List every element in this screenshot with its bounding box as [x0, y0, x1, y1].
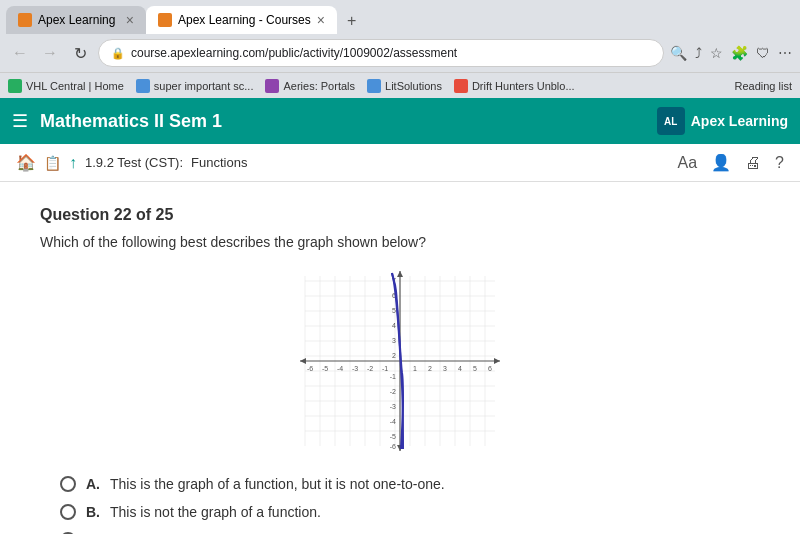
- question-text: Which of the following best describes th…: [40, 234, 760, 250]
- svg-text:2: 2: [392, 352, 396, 359]
- apex-logo-icon: AL: [657, 107, 685, 135]
- svg-text:-4: -4: [337, 365, 343, 372]
- main-content: Question 22 of 25 Which of the following…: [0, 182, 800, 534]
- tab-1[interactable]: Apex Learning ×: [6, 6, 146, 34]
- svg-text:-5: -5: [322, 365, 328, 372]
- app-title: Mathematics II Sem 1: [40, 111, 657, 132]
- shield-icon[interactable]: 🛡: [756, 45, 770, 61]
- question-number: Question 22 of 25: [40, 206, 760, 224]
- svg-text:6: 6: [488, 365, 492, 372]
- bookmark-vhl-label: VHL Central | Home: [26, 80, 124, 92]
- bookmark-drift-icon: [454, 79, 468, 93]
- bookmark-aeries-icon: [265, 79, 279, 93]
- tab-bar: Apex Learning × Apex Learning - Courses …: [0, 0, 800, 34]
- book-icon[interactable]: 📋: [44, 155, 61, 171]
- breadcrumb-section: 1.9.2 Test (CST):: [85, 155, 183, 170]
- tab2-favicon: [158, 13, 172, 27]
- breadcrumb-tools: Aa 👤 🖨 ?: [678, 153, 784, 172]
- address-bar-row: ← → ↻ 🔒 course.apexlearning.com/public/a…: [0, 34, 800, 72]
- svg-text:5: 5: [392, 307, 396, 314]
- svg-text:1: 1: [413, 365, 417, 372]
- person-icon[interactable]: 👤: [711, 153, 731, 172]
- svg-marker-52: [397, 271, 403, 277]
- translate-icon[interactable]: Aa: [678, 154, 698, 172]
- svg-text:3: 3: [443, 365, 447, 372]
- extensions-icon[interactable]: 🧩: [731, 45, 748, 61]
- bookmark-vhl[interactable]: VHL Central | Home: [8, 79, 124, 93]
- function-graph: -6 -5 -4 -3 -2 -1 1 2 3 4 5 6 7 6 5 4 3 …: [290, 266, 510, 456]
- bookmark-star-icon[interactable]: ☆: [710, 45, 723, 61]
- svg-text:4: 4: [458, 365, 462, 372]
- radio-a[interactable]: [60, 476, 76, 492]
- tab1-label: Apex Learning: [38, 13, 120, 27]
- radio-b[interactable]: [60, 504, 76, 520]
- svg-text:-1: -1: [382, 365, 388, 372]
- breadcrumb-arrow-icon: ↑: [69, 154, 77, 172]
- home-icon[interactable]: 🏠: [16, 153, 36, 172]
- svg-text:-6: -6: [307, 365, 313, 372]
- choice-b[interactable]: B. This is not the graph of a function.: [60, 504, 760, 520]
- tab1-favicon: [18, 13, 32, 27]
- bookmark-lit-label: LitSolutions: [385, 80, 442, 92]
- choice-b-text: This is not the graph of a function.: [110, 504, 321, 520]
- tab2-close[interactable]: ×: [317, 12, 325, 28]
- address-text: course.apexlearning.com/public/activity/…: [131, 46, 651, 60]
- bookmark-super[interactable]: super important sc...: [136, 79, 254, 93]
- svg-text:-3: -3: [352, 365, 358, 372]
- bookmarks-bar: VHL Central | Home super important sc...…: [0, 72, 800, 98]
- svg-text:2: 2: [428, 365, 432, 372]
- choice-a-label: A.: [86, 476, 100, 492]
- apex-logo-text: Apex Learning: [691, 113, 788, 129]
- graph-container: -6 -5 -4 -3 -2 -1 1 2 3 4 5 6 7 6 5 4 3 …: [40, 266, 760, 456]
- choice-a[interactable]: A. This is the graph of a function, but …: [60, 476, 760, 492]
- hamburger-menu-icon[interactable]: ☰: [12, 110, 28, 132]
- bookmark-aeries[interactable]: Aeries: Portals: [265, 79, 355, 93]
- lock-icon: 🔒: [111, 47, 125, 60]
- bookmark-drift[interactable]: Drift Hunters Unblo...: [454, 79, 575, 93]
- bookmark-vhl-icon: [8, 79, 22, 93]
- address-bar[interactable]: 🔒 course.apexlearning.com/public/activit…: [98, 39, 664, 67]
- bookmark-aeries-label: Aeries: Portals: [283, 80, 355, 92]
- svg-marker-51: [300, 358, 306, 364]
- reading-list-button[interactable]: Reading list: [735, 80, 792, 92]
- svg-text:-2: -2: [367, 365, 373, 372]
- search-icon[interactable]: 🔍: [670, 45, 687, 61]
- new-tab-button[interactable]: +: [337, 8, 366, 34]
- bookmark-super-label: super important sc...: [154, 80, 254, 92]
- svg-text:5: 5: [473, 365, 477, 372]
- tab-2[interactable]: Apex Learning - Courses ×: [146, 6, 337, 34]
- help-icon[interactable]: ?: [775, 154, 784, 172]
- tab1-close[interactable]: ×: [126, 12, 134, 28]
- bookmark-super-icon: [136, 79, 150, 93]
- breadcrumb-bar: 🏠 📋 ↑ 1.9.2 Test (CST): Functions Aa 👤 🖨…: [0, 144, 800, 182]
- svg-marker-50: [494, 358, 500, 364]
- svg-text:3: 3: [392, 337, 396, 344]
- share-icon[interactable]: ⤴: [695, 45, 702, 61]
- svg-text:4: 4: [392, 322, 396, 329]
- svg-text:-2: -2: [390, 388, 396, 395]
- toolbar-icons: 🔍 ⤴ ☆ 🧩 🛡 ⋯: [670, 45, 792, 61]
- reload-button[interactable]: ↻: [68, 41, 92, 65]
- bookmark-drift-label: Drift Hunters Unblo...: [472, 80, 575, 92]
- svg-text:-3: -3: [390, 403, 396, 410]
- menu-icon[interactable]: ⋯: [778, 45, 792, 61]
- svg-text:-1: -1: [390, 373, 396, 380]
- print-icon[interactable]: 🖨: [745, 154, 761, 172]
- svg-text:-4: -4: [390, 418, 396, 425]
- choice-a-text: This is the graph of a function, but it …: [110, 476, 445, 492]
- bookmark-lit-icon: [367, 79, 381, 93]
- breadcrumb-topic: Functions: [191, 155, 247, 170]
- tab2-label: Apex Learning - Courses: [178, 13, 311, 27]
- forward-button[interactable]: →: [38, 41, 62, 65]
- choice-b-label: B.: [86, 504, 100, 520]
- answer-choices: A. This is the graph of a function, but …: [40, 476, 760, 534]
- bookmark-lit[interactable]: LitSolutions: [367, 79, 442, 93]
- svg-text:-6: -6: [390, 443, 396, 450]
- svg-text:-5: -5: [390, 433, 396, 440]
- apex-logo: AL Apex Learning: [657, 107, 788, 135]
- back-button[interactable]: ←: [8, 41, 32, 65]
- app-header: ☰ Mathematics II Sem 1 AL Apex Learning: [0, 98, 800, 144]
